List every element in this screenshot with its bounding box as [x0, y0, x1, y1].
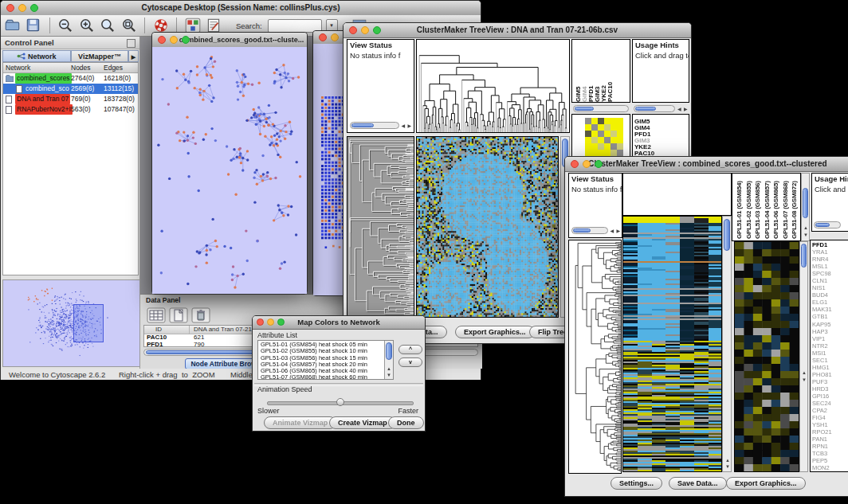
scroll-down-icon[interactable]: ▼: [725, 463, 730, 470]
tab-network[interactable]: Network: [2, 50, 71, 62]
gene-label[interactable]: CLN1: [812, 277, 832, 284]
new-attribute-icon[interactable]: [169, 307, 188, 326]
gene-label[interactable]: PEP5: [812, 457, 832, 464]
minimize-button[interactable]: [583, 160, 591, 168]
animate-vizmap-button[interactable]: Animate Vizmap: [264, 416, 336, 429]
matrix-cell[interactable]: [604, 143, 610, 150]
gene-label[interactable]: MAK31: [812, 306, 832, 313]
tv2-detail-heatmap[interactable]: [734, 241, 799, 472]
matrix-cell[interactable]: [585, 150, 591, 156]
tv1-global-heatmap[interactable]: [416, 136, 559, 318]
scroll-right-icon[interactable]: ▶: [684, 106, 688, 112]
scroll-up-icon[interactable]: ▲: [387, 365, 391, 372]
network-canvas[interactable]: [152, 47, 307, 294]
tv2-settings-button[interactable]: Settings...: [610, 477, 662, 490]
matrix-cell[interactable]: [585, 137, 591, 143]
tv2-global-heatmap[interactable]: [622, 216, 722, 472]
matrix-cell[interactable]: [604, 137, 610, 143]
scroll-up-icon[interactable]: ▲: [802, 369, 807, 376]
col-header-edges[interactable]: Edges: [104, 63, 123, 72]
tab-overflow-button[interactable]: ▶: [128, 50, 139, 62]
scroll-thumb[interactable]: [573, 229, 591, 232]
network-row[interactable]: combined_scores2764(0)16218(0): [3, 73, 138, 84]
scroll-thumb[interactable]: [724, 219, 730, 251]
close-button[interactable]: [158, 36, 166, 44]
gene-label[interactable]: SEC24: [812, 400, 832, 407]
scroll-down-icon[interactable]: ▼: [802, 377, 807, 383]
minimize-button[interactable]: [361, 26, 369, 34]
scroll-left-icon[interactable]: ◀: [677, 106, 681, 112]
matrix-cell[interactable]: [604, 131, 610, 137]
zoom-selected-icon[interactable]: [120, 17, 138, 34]
matrix-cell[interactable]: [610, 131, 617, 137]
matrix-cell[interactable]: [610, 143, 617, 150]
done-button[interactable]: Done: [388, 416, 424, 429]
zoom-button[interactable]: [277, 318, 285, 326]
tv2-heatmap-vscrollbar[interactable]: ▲ ▼: [722, 216, 732, 472]
attribute-listbox[interactable]: GPL51-01 (GSM854) heat shock 05 minGPL51…: [257, 340, 394, 380]
gene-label[interactable]: PAN1: [812, 436, 832, 443]
tv2-column-label[interactable]: GPL51-03 (GSM856): [753, 175, 763, 239]
matrix-cell[interactable]: [610, 124, 617, 131]
gene-label[interactable]: ELG1: [812, 299, 832, 306]
tv1-column-dendrogram[interactable]: [416, 39, 570, 133]
matrix-cell[interactable]: [591, 131, 598, 137]
tv2-column-label[interactable]: GPL51-04 (GSM857): [763, 175, 772, 239]
matrix-cell[interactable]: [598, 150, 604, 156]
save-session-icon[interactable]: [25, 17, 42, 34]
gene-label[interactable]: RPN1: [812, 443, 832, 450]
gene-label[interactable]: MSL1: [812, 263, 832, 270]
tv2-column-label[interactable]: GPL51-02 (GSM855): [744, 175, 754, 239]
matrix-cell[interactable]: [610, 118, 617, 124]
delete-attribute-icon[interactable]: [191, 307, 210, 326]
open-session-icon[interactable]: [4, 17, 22, 34]
matrix-cell[interactable]: [598, 131, 604, 137]
gene-label[interactable]: PHO81: [812, 371, 832, 378]
attribute-list-item[interactable]: GPL51-07 (GSM868) heat shock 60 min: [259, 374, 383, 380]
matrix-cell[interactable]: [598, 124, 604, 131]
create-vizmap-button[interactable]: Create Vizmap: [329, 416, 396, 429]
attribute-list-vscrollbar[interactable]: ▲ ▼: [384, 341, 393, 379]
gene-label[interactable]: BUD4: [812, 291, 832, 299]
tv2-column-label[interactable]: GPL51-07 (GSM868): [781, 175, 791, 239]
tv2-gene-labels-panel[interactable]: PFD1YRA1RNR4MSL1SPC98CLN1NIS1BUD4ELG1MAK…: [810, 240, 848, 472]
gene-label[interactable]: MON2: [812, 464, 832, 471]
minimize-button[interactable]: [170, 36, 178, 44]
matrix-cell[interactable]: [598, 118, 604, 124]
treeview2-title-bar[interactable]: ClusterMaker TreeView : combined_scores_…: [565, 157, 848, 172]
gene-label[interactable]: MSI1: [812, 350, 832, 357]
scroll-up-icon[interactable]: ▲: [725, 457, 730, 463]
zoom-button[interactable]: [595, 160, 603, 168]
gene-label[interactable]: GPI16: [812, 393, 832, 400]
zoom-button[interactable]: [373, 26, 381, 34]
attribute-up-button[interactable]: ^: [398, 345, 422, 354]
gene-label[interactable]: NIS1: [812, 284, 832, 291]
attr-col-id[interactable]: ID: [155, 326, 162, 334]
gene-label[interactable]: YSH1: [812, 421, 832, 428]
view-status-scrollbar[interactable]: [571, 227, 608, 234]
gene-label[interactable]: TCB3: [812, 450, 832, 457]
scroll-thumb[interactable]: [635, 107, 656, 111]
network-table-header[interactable]: Network Nodes Edges: [3, 63, 138, 73]
close-button[interactable]: [319, 33, 327, 41]
view-status-scrollbar[interactable]: [350, 122, 399, 129]
gene-label[interactable]: HRD3: [812, 385, 832, 393]
animation-slider[interactable]: [267, 398, 414, 406]
float-panel-icon[interactable]: [127, 39, 135, 48]
matrix-cell[interactable]: [591, 143, 598, 150]
scroll-left-icon[interactable]: ◀: [610, 228, 614, 234]
matrix-cell[interactable]: [598, 143, 604, 150]
tv2-detail-vscrollbar[interactable]: ▲ ▼: [799, 241, 808, 472]
scroll-thumb[interactable]: [386, 342, 392, 360]
zoom-in-icon[interactable]: [78, 17, 96, 34]
tv2-column-label[interactable]: GPL51-08 (GSM872): [790, 175, 799, 239]
matrix-cell[interactable]: [591, 137, 598, 143]
minimize-button[interactable]: [18, 4, 26, 12]
matrix-cell[interactable]: [604, 118, 610, 124]
table-view-icon[interactable]: [147, 307, 166, 326]
matrix-cell[interactable]: [617, 150, 623, 156]
attribute-down-button[interactable]: v: [398, 357, 422, 367]
tv2-column-labels-vscrollbar[interactable]: ▲ ▼: [801, 173, 810, 241]
tv1-column-labels-scrollbar[interactable]: [573, 105, 629, 112]
matrix-cell[interactable]: [604, 124, 610, 131]
